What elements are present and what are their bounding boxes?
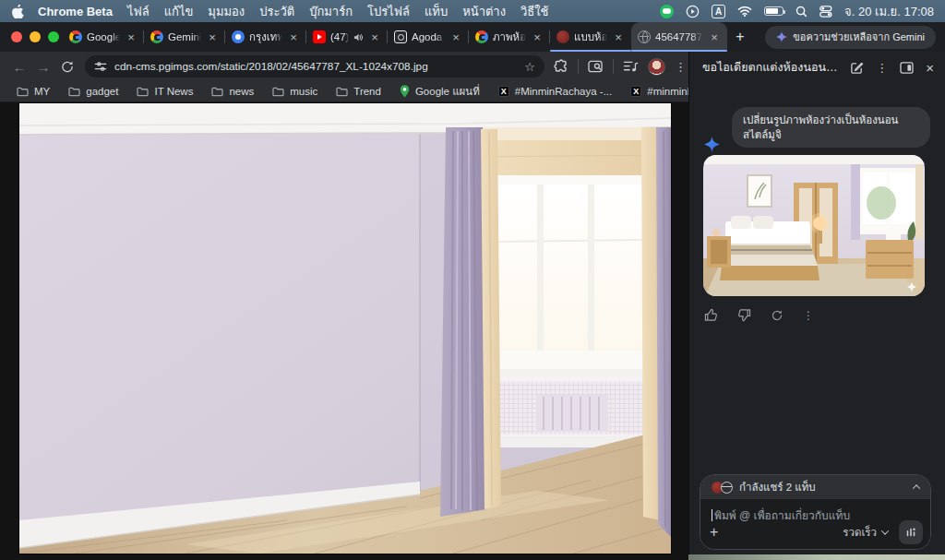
chevron-down-icon bbox=[881, 527, 889, 534]
globe-favicon bbox=[721, 482, 733, 494]
site-settings-icon[interactable] bbox=[94, 60, 107, 73]
window-close-button[interactable] bbox=[11, 31, 22, 42]
address-bar[interactable]: cdn-cms.pgimgs.com/static/2018/02/456477… bbox=[85, 55, 544, 77]
model-selector[interactable]: รวดเร็ว bbox=[843, 524, 888, 541]
tab-close-icon[interactable]: × bbox=[125, 31, 138, 43]
back-button[interactable]: ← bbox=[7, 59, 31, 75]
bookmark-folder-news[interactable]: news bbox=[211, 86, 254, 97]
regenerate-icon[interactable] bbox=[771, 309, 784, 322]
tab-title: แบบห้องเช่า bbox=[574, 29, 607, 45]
menu-profiles[interactable]: โปรไฟล์ bbox=[367, 2, 410, 21]
menu-tab[interactable]: แท็บ bbox=[425, 2, 448, 21]
bookmark-folder-gadget[interactable]: gadget bbox=[68, 86, 118, 97]
bookmark-x-minminrachaya[interactable]: X#MinminRachaya -... bbox=[498, 86, 612, 97]
tab-close-icon[interactable]: × bbox=[708, 31, 721, 43]
tab-audio-icon[interactable] bbox=[353, 32, 364, 42]
tab-title: (47) Go bbox=[330, 31, 349, 42]
menubar-clock[interactable]: จ. 20 เม.ย. 17:08 bbox=[844, 2, 934, 21]
maps-pin-icon bbox=[400, 85, 410, 98]
tab-close-icon[interactable]: × bbox=[206, 31, 219, 43]
menu-edit[interactable]: แก้ไข bbox=[164, 2, 194, 21]
window-zoom-button[interactable] bbox=[48, 31, 59, 42]
window-minimize-button[interactable] bbox=[30, 31, 41, 42]
menu-bookmarks[interactable]: บุ๊กมาร์ก bbox=[309, 2, 353, 21]
bookmark-label: Trend bbox=[353, 86, 381, 97]
gemini-help-button[interactable]: ขอความช่วยเหลือจาก Gemini bbox=[765, 26, 936, 49]
play-status-icon[interactable] bbox=[686, 5, 700, 18]
chevron-up-icon[interactable] bbox=[913, 484, 920, 492]
bookmark-folder-my[interactable]: MY bbox=[17, 86, 50, 97]
forward-button[interactable]: → bbox=[31, 59, 55, 75]
side-panel-search-icon[interactable] bbox=[588, 60, 604, 74]
tab-close-icon[interactable]: × bbox=[287, 31, 300, 43]
composer: กำลังแชร์ 2 แท็บ พิมพ์ @ เพื่อถามเกี่ยวก… bbox=[700, 474, 931, 550]
menu-view[interactable]: มุมมอง bbox=[208, 2, 245, 21]
new-tab-button[interactable]: + bbox=[731, 28, 749, 46]
url-text[interactable]: cdn-cms.pgimgs.com/static/2018/02/456477… bbox=[114, 60, 517, 73]
reading-list-icon[interactable] bbox=[623, 60, 639, 73]
wifi-icon[interactable] bbox=[737, 6, 752, 17]
tab-close-icon[interactable]: × bbox=[612, 31, 625, 43]
thumbs-down-icon[interactable] bbox=[737, 308, 751, 322]
panel-close-icon[interactable]: × bbox=[926, 60, 934, 76]
agoda-favicon bbox=[394, 30, 407, 43]
menu-help[interactable]: วิธีใช้ bbox=[520, 2, 548, 21]
extensions-icon[interactable] bbox=[554, 59, 568, 74]
bookmark-label: news bbox=[229, 86, 254, 97]
window bbox=[479, 175, 660, 379]
tab-image-45647787-active[interactable]: 45647787_ × bbox=[631, 22, 727, 52]
input-source-icon[interactable]: A bbox=[712, 5, 725, 18]
bookmark-folder-it-news[interactable]: IT News bbox=[137, 86, 193, 97]
panel-more-icon[interactable]: ⋮ bbox=[876, 61, 888, 75]
x-logo-icon: X bbox=[498, 86, 509, 97]
generated-image[interactable] bbox=[703, 155, 925, 296]
google-favicon bbox=[69, 30, 82, 43]
tab-title: Google bbox=[87, 31, 120, 42]
bookmark-folder-music[interactable]: music bbox=[272, 86, 317, 97]
bookmark-folder-trend[interactable]: Trend bbox=[336, 86, 381, 97]
tab-google[interactable]: Google × bbox=[63, 22, 144, 52]
response-actions: ⋮ bbox=[704, 308, 814, 322]
add-attachment-button[interactable]: + bbox=[710, 524, 726, 541]
open-in-window-icon[interactable] bbox=[900, 62, 914, 74]
thumbs-up-icon[interactable] bbox=[704, 308, 718, 322]
tab-close-icon[interactable]: × bbox=[531, 31, 544, 43]
voice-input-button[interactable] bbox=[899, 520, 923, 544]
battery-icon[interactable] bbox=[764, 6, 784, 16]
response-more-icon[interactable]: ⋮ bbox=[803, 309, 814, 322]
tab-close-icon[interactable]: × bbox=[368, 31, 381, 43]
bookmark-google-maps[interactable]: Google แผนที่ bbox=[400, 83, 480, 100]
menu-history[interactable]: ประวัติ bbox=[259, 2, 294, 21]
tab-bangkok[interactable]: กรุงเทพมหาน × bbox=[225, 22, 306, 52]
tab-agoda[interactable]: Agoda เว็บไ × bbox=[388, 22, 469, 52]
sharing-tabs-bar[interactable]: กำลังแชร์ 2 แท็บ bbox=[700, 475, 930, 499]
tab-bedroom-images[interactable]: ภาพห้องนอน × bbox=[469, 22, 550, 52]
tab-youtube[interactable]: (47) Go × bbox=[306, 22, 388, 52]
prompt-input[interactable]: พิมพ์ @ เพื่อถามเกี่ยวกับแท็บ + รวดเร็ว bbox=[700, 499, 930, 550]
reload-button[interactable] bbox=[55, 60, 79, 74]
chrome-menu-button[interactable]: ⋮ bbox=[675, 60, 687, 74]
bookmarks-bar: MY gadget IT News news music Trend Googl… bbox=[0, 81, 688, 102]
menu-file[interactable]: ไฟล์ bbox=[127, 2, 150, 21]
tab-rental-room[interactable]: แบบห้องเช่า × bbox=[550, 22, 631, 52]
tab-strip: Google × Gemini 3.1 × กรุงเทพมหาน × (47)… bbox=[0, 22, 945, 52]
google-favicon bbox=[475, 30, 488, 43]
bookmark-star-icon[interactable]: ☆ bbox=[524, 60, 535, 74]
page-content bbox=[0, 102, 688, 560]
tab-title: Gemini 3.1 bbox=[168, 31, 201, 42]
tab-close-icon[interactable]: × bbox=[449, 31, 462, 43]
line-app-icon[interactable] bbox=[660, 5, 674, 18]
tab-gemini[interactable]: Gemini 3.1 × bbox=[144, 22, 225, 52]
bookmark-label: MY bbox=[34, 86, 50, 97]
new-chat-icon[interactable] bbox=[850, 61, 864, 75]
spotlight-search-icon[interactable] bbox=[795, 6, 807, 18]
control-center-icon[interactable] bbox=[819, 6, 832, 18]
profile-avatar[interactable] bbox=[648, 58, 665, 76]
menubar-app-name[interactable]: Chrome Beta bbox=[38, 5, 113, 18]
menu-window[interactable]: หน้าต่าง bbox=[462, 2, 506, 21]
sharing-label: กำลังแชร์ 2 แท็บ bbox=[739, 479, 907, 495]
x-logo-icon: X bbox=[630, 86, 641, 97]
tab-title: 45647787_ bbox=[655, 31, 703, 42]
apple-logo-icon[interactable] bbox=[11, 5, 25, 18]
gemini-sparkle-icon bbox=[776, 31, 787, 42]
